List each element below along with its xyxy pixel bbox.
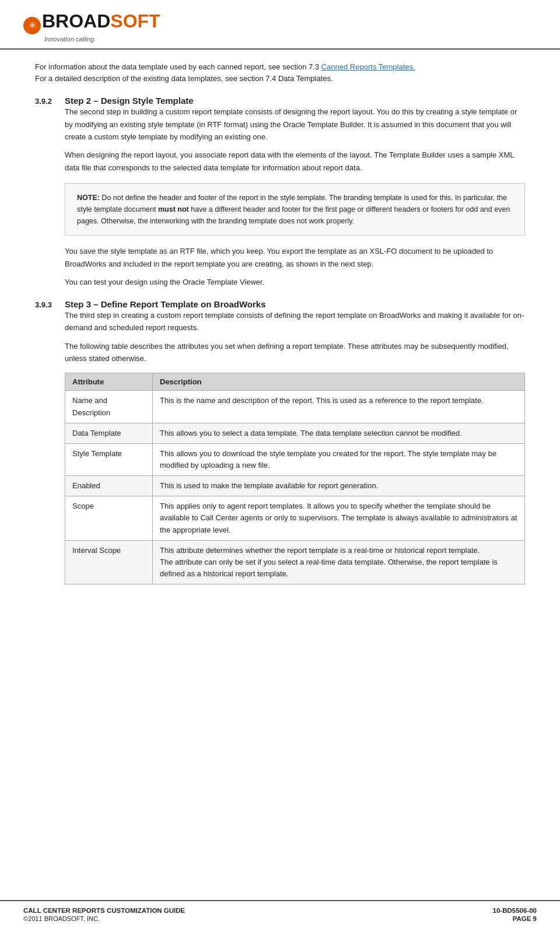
section-393-number: 3.9.3 xyxy=(35,300,55,309)
intro-line1: For information about the data template … xyxy=(35,61,525,86)
attribute-cell: Data Template xyxy=(65,423,153,443)
doc-number: 10-BD5506-00 xyxy=(493,907,537,914)
section-393-para1: The third step in creating a custom repo… xyxy=(65,309,525,334)
page-header: ✳BROADSOFT Innovation calling. xyxy=(0,0,560,50)
section-392-content: The second step in building a custom rep… xyxy=(65,106,525,289)
note-label: NOTE: xyxy=(77,194,100,202)
attribute-cell: Enabled xyxy=(65,476,153,496)
description-cell: This is used to make the template availa… xyxy=(153,476,525,496)
table-row: Interval ScopeThis attribute determines … xyxy=(65,540,525,584)
section-392-para3: You save the style template as an RTF fi… xyxy=(65,245,525,270)
section-393-para2: The following table describes the attrib… xyxy=(65,340,525,365)
canned-reports-link[interactable]: Canned Reports Templates. xyxy=(321,62,415,71)
section-392-title: Step 2 – Design Style Template xyxy=(65,96,194,106)
logo-broad: BROAD xyxy=(42,10,110,31)
section-392-heading: 3.9.2 Step 2 – Design Style Template xyxy=(35,96,525,106)
section-392-para1: The second step in building a custom rep… xyxy=(65,106,525,143)
logo-star-icon: ✳ xyxy=(23,17,41,34)
attribute-cell: Scope xyxy=(65,496,153,540)
guide-title: CALL CENTER REPORTS CUSTOMIZATION GUIDE xyxy=(23,907,185,914)
section-392-para4: You can test your design using the Oracl… xyxy=(65,276,525,288)
attribute-cell: Name and Description xyxy=(65,391,153,423)
table-row: EnabledThis is used to make the template… xyxy=(65,476,525,496)
page-footer: CALL CENTER REPORTS CUSTOMIZATION GUIDE … xyxy=(0,900,560,928)
col2-header: Description xyxy=(153,373,525,391)
intro-text-1: For information about the data template … xyxy=(35,62,319,71)
col1-header: Attribute xyxy=(65,373,153,391)
logo-area: ✳BROADSOFT Innovation calling. xyxy=(23,10,160,43)
section-392-number: 3.9.2 xyxy=(35,97,55,106)
logo-soft: SOFT xyxy=(110,10,160,31)
attribute-cell: Style Template xyxy=(65,443,153,475)
page-number: PAGE 9 xyxy=(513,915,537,922)
section-393-title: Step 3 – Define Report Template on Broad… xyxy=(65,299,266,309)
attribute-cell: Interval Scope xyxy=(65,540,153,584)
description-cell: This is the name and description of the … xyxy=(153,391,525,423)
table-row: ScopeThis applies only to agent report t… xyxy=(65,496,525,540)
logo: ✳BROADSOFT xyxy=(23,10,160,34)
description-cell: This allows you to select a data templat… xyxy=(153,423,525,443)
footer-left: CALL CENTER REPORTS CUSTOMIZATION GUIDE … xyxy=(23,907,185,922)
copyright: ©2011 BROADSOFT, INC. xyxy=(23,915,185,922)
main-content: For information about the data template … xyxy=(0,50,560,900)
description-cell: This allows you to download the style te… xyxy=(153,443,525,475)
section-393-heading: 3.9.3 Step 3 – Define Report Template on… xyxy=(35,299,525,309)
attributes-table: Attribute Description Name and Descripti… xyxy=(65,373,525,584)
description-cell: This applies only to agent report templa… xyxy=(153,496,525,540)
section-392-para2: When designing the report layout, you as… xyxy=(65,149,525,174)
section-393-content: The third step in creating a custom repo… xyxy=(65,309,525,584)
table-row: Style TemplateThis allows you to downloa… xyxy=(65,443,525,475)
logo-tagline: Innovation calling. xyxy=(44,36,96,43)
intro-text-2: For a detailed description of the existi… xyxy=(35,74,333,83)
note-box: NOTE: Do not define the header and foote… xyxy=(65,183,525,236)
table-row: Data TemplateThis allows you to select a… xyxy=(65,423,525,443)
footer-right: 10-BD5506-00 PAGE 9 xyxy=(493,907,537,922)
note-bold-text: must not xyxy=(158,205,189,213)
table-row: Name and DescriptionThis is the name and… xyxy=(65,391,525,423)
description-cell: This attribute determines whether the re… xyxy=(153,540,525,584)
